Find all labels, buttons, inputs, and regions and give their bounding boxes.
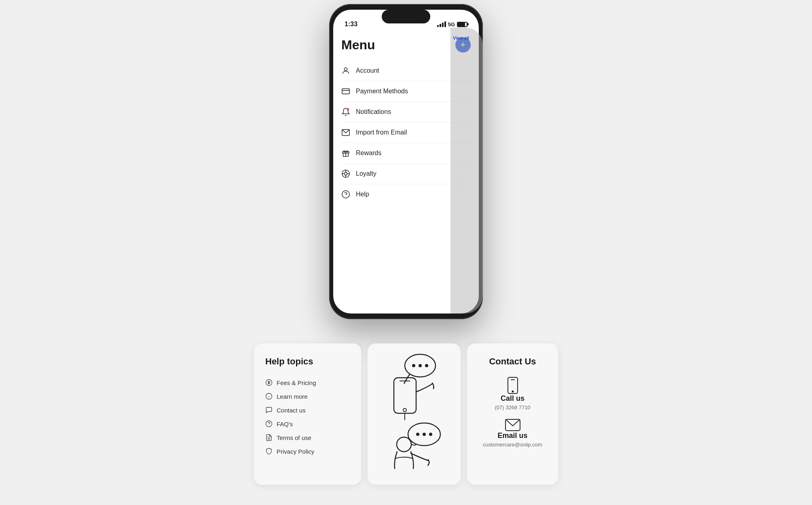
- chat-icon: [265, 406, 273, 414]
- gift-icon: [341, 149, 350, 158]
- svg-point-38: [512, 391, 514, 393]
- help-circle-icon: [341, 190, 350, 199]
- svg-point-33: [423, 433, 426, 436]
- status-icons: 5G: [437, 21, 467, 27]
- svg-point-35: [397, 437, 411, 452]
- help-card-title: Help topics: [265, 356, 350, 367]
- help-item-learn-more-label: Learn more: [277, 393, 308, 400]
- help-item-contact-label: Contact us: [277, 407, 306, 414]
- cards-row: Help topics Fees & Pricing: [254, 343, 558, 485]
- help-list: Fees & Pricing Learn more Cont: [265, 376, 350, 458]
- illustration-person-phone: [382, 351, 446, 420]
- dynamic-island: [382, 10, 430, 23]
- email-icon: [505, 419, 521, 431]
- menu-label-notifications: Notifications: [356, 108, 391, 116]
- phone-icon: [505, 377, 520, 394]
- svg-point-32: [416, 433, 419, 436]
- contact-call-section: Call us (07) 3268 7710: [478, 377, 547, 410]
- menu-label-loyalty: Loyalty: [356, 170, 376, 177]
- doc-icon: [265, 434, 273, 441]
- contact-card-title: Contact Us: [478, 356, 547, 367]
- svg-point-30: [403, 408, 406, 412]
- dollar-circle-icon: [265, 379, 273, 386]
- person-icon: [341, 66, 350, 75]
- info-circle-icon: [265, 393, 273, 400]
- illustration-person-talk: [382, 420, 446, 477]
- illustration-card: [368, 343, 461, 485]
- help-item-fees-pricing[interactable]: Fees & Pricing: [265, 376, 350, 389]
- scene: 1:33 5G Menu +: [0, 0, 812, 505]
- svg-point-0: [344, 68, 347, 71]
- help-item-faqs[interactable]: FAQ's: [265, 417, 350, 431]
- view-all-text: View all: [453, 36, 480, 40]
- right-overlay: View all: [450, 27, 483, 314]
- menu-title: Menu: [341, 38, 375, 53]
- status-time: 1:33: [345, 21, 357, 28]
- help-item-privacy-label: Privacy Policy: [277, 448, 314, 455]
- help-item-terms-label: Terms of use: [277, 434, 311, 441]
- menu-label-account: Account: [356, 67, 379, 74]
- menu-label-help: Help: [356, 191, 369, 198]
- help-item-fees-label: Fees & Pricing: [277, 379, 316, 386]
- network-type: 5G: [448, 21, 455, 27]
- help-item-terms-of-use[interactable]: Terms of use: [265, 431, 350, 444]
- contact-email-section: Email us customercare@sniip.com: [478, 419, 547, 448]
- help-topics-card: Help topics Fees & Pricing: [254, 343, 361, 485]
- shield-icon: [265, 448, 273, 455]
- svg-point-25: [412, 364, 415, 367]
- svg-point-3: [347, 108, 349, 111]
- card-icon: [341, 87, 350, 96]
- svg-rect-1: [342, 89, 349, 94]
- battery-icon: [457, 22, 467, 27]
- contact-us-card: Contact Us Call us (07) 3268 7710 Email …: [467, 343, 558, 485]
- help-item-learn-more[interactable]: Learn more: [265, 389, 350, 403]
- menu-label-rewards: Rewards: [356, 149, 381, 157]
- email-label: Email us: [497, 431, 527, 440]
- bell-icon: [341, 107, 350, 116]
- envelope-icon: [341, 128, 350, 137]
- svg-point-20: [266, 421, 272, 427]
- call-label: Call us: [501, 394, 524, 403]
- signal-bars-icon: [437, 21, 446, 27]
- svg-point-9: [344, 172, 347, 175]
- svg-rect-28: [394, 378, 416, 413]
- call-number: (07) 3268 7710: [495, 404, 530, 410]
- svg-point-14: [342, 191, 349, 198]
- phone-shell: 1:33 5G Menu +: [329, 4, 483, 319]
- email-address: customercare@sniip.com: [483, 442, 542, 448]
- svg-point-27: [425, 364, 428, 367]
- menu-label-import-from-email: Import from Email: [356, 129, 407, 136]
- question-circle-icon: [265, 420, 273, 427]
- svg-point-26: [419, 364, 422, 367]
- tag-icon: [341, 169, 350, 178]
- help-item-contact-us[interactable]: Contact us: [265, 403, 350, 417]
- menu-label-payment-methods: Payment Methods: [356, 88, 408, 95]
- help-item-privacy-policy[interactable]: Privacy Policy: [265, 444, 350, 458]
- svg-point-34: [429, 433, 432, 436]
- help-item-faqs-label: FAQ's: [277, 421, 293, 427]
